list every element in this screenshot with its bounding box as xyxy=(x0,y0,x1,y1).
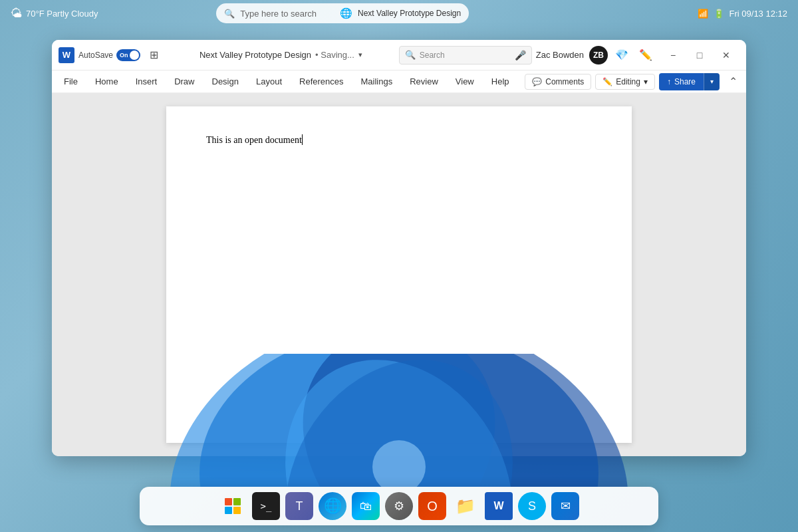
ribbon-tabs: File Home Insert Draw Design Layout Refe… xyxy=(52,70,746,93)
tab-mailings[interactable]: Mailings xyxy=(353,73,401,90)
taskbar-icon-terminal[interactable]: >_ xyxy=(252,492,280,520)
office-icon: O xyxy=(427,499,438,514)
edge-icon-small: 🌐 xyxy=(340,7,352,19)
doc-title-text: Next Valley Prototype Design xyxy=(200,50,311,60)
taskbar-icon-word[interactable]: W xyxy=(485,492,513,520)
top-bar: 🌤 70°F Partly Cloudy 🔍 Type here to sear… xyxy=(0,0,798,27)
tab-design[interactable]: Design xyxy=(204,73,247,90)
search-box-placeholder: Search xyxy=(420,51,511,60)
quick-access-button[interactable]: ⊞ xyxy=(144,46,163,65)
avatar[interactable]: ZB xyxy=(589,46,608,65)
editing-button[interactable]: ✏️ Editing ▾ xyxy=(595,74,655,90)
taskbar-icon-store[interactable]: 🛍 xyxy=(352,492,380,520)
autosave-toggle[interactable]: On xyxy=(116,49,140,61)
autosave-label: AutoSave xyxy=(78,51,113,60)
skype-icon: S xyxy=(528,499,536,513)
saving-indicator: • Saving... xyxy=(315,50,354,60)
title-bar: W AutoSave On ⊞ Next Valley Prototype De… xyxy=(52,40,746,70)
share-button[interactable]: ↑ Share xyxy=(659,73,704,90)
collapse-ribbon-button[interactable]: ⌃ xyxy=(724,72,742,91)
tab-insert[interactable]: Insert xyxy=(128,73,166,90)
weather-text: 70°F Partly Cloudy xyxy=(26,9,98,19)
editing-label: Editing xyxy=(616,77,640,86)
document-text: This is an open document xyxy=(206,135,302,145)
doc-title-area: Next Valley Prototype Design • Saving...… xyxy=(167,50,395,60)
share-label: Share xyxy=(674,77,696,86)
tab-home[interactable]: Home xyxy=(87,73,126,90)
toggle-on-label: On xyxy=(120,52,128,59)
editing-chevron-icon: ▾ xyxy=(644,77,648,86)
text-cursor xyxy=(302,134,303,145)
taskbar-icon-settings[interactable]: ⚙ xyxy=(385,492,413,520)
title-chevron-icon[interactable]: ▾ xyxy=(358,51,362,59)
taskbar-icon-windows-start[interactable] xyxy=(219,492,247,520)
taskbar-icon-teams[interactable]: T xyxy=(285,492,313,520)
store-icon: 🛍 xyxy=(360,499,372,513)
mail-icon: ✉ xyxy=(561,499,571,513)
terminal-icon: >_ xyxy=(261,501,272,511)
document-content[interactable]: This is an open document xyxy=(206,133,592,147)
word-logo: W xyxy=(59,47,74,63)
weather-icon: 🌤 xyxy=(11,7,23,21)
taskbar-icon-office[interactable]: O xyxy=(418,492,446,520)
taskbar-search[interactable]: 🔍 Type here to search 🌐 Next Valley Prot… xyxy=(216,3,469,23)
share-icon: ↑ xyxy=(667,77,671,86)
toggle-circle xyxy=(130,51,139,60)
word-window: W AutoSave On ⊞ Next Valley Prototype De… xyxy=(52,40,746,456)
comments-icon: 💬 xyxy=(532,77,542,86)
taskbar-icon-edge[interactable]: 🌐 xyxy=(319,492,346,520)
search-placeholder-text: Type here to search xyxy=(240,9,334,19)
tab-layout[interactable]: Layout xyxy=(248,73,290,90)
taskbar-app-label: Next Valley Prototype Design xyxy=(358,9,461,18)
window-controls: − □ ✕ xyxy=(660,45,739,66)
share-dropdown-button[interactable]: ▾ xyxy=(704,73,720,90)
tab-draw[interactable]: Draw xyxy=(166,73,202,90)
comments-button[interactable]: 💬 Comments xyxy=(525,74,591,90)
settings-icon: ⚙ xyxy=(394,499,404,513)
close-button[interactable]: ✕ xyxy=(713,45,739,66)
wifi-icon[interactable]: 📶 xyxy=(698,9,708,19)
editing-icon: ✏️ xyxy=(602,77,612,86)
taskbar-icon-explorer[interactable]: 📁 xyxy=(452,492,479,520)
user-area: Zac Bowden ZB xyxy=(536,46,608,65)
tab-references[interactable]: References xyxy=(291,73,351,90)
tab-view[interactable]: View xyxy=(448,73,482,90)
system-tray: 📶 🔋 Fri 09/13 12:12 xyxy=(698,9,787,19)
tab-review[interactable]: Review xyxy=(402,73,446,90)
document-area[interactable]: This is an open document xyxy=(52,93,746,456)
datetime[interactable]: Fri 09/13 12:12 xyxy=(730,9,787,19)
taskbar: >_ T 🌐 🛍 ⚙ O 📁 W S ✉ xyxy=(140,487,658,525)
weather-widget[interactable]: 🌤 70°F Partly Cloudy xyxy=(11,7,98,21)
tab-help[interactable]: Help xyxy=(483,73,517,90)
pen-icon[interactable]: ✏️ xyxy=(636,45,656,65)
comments-label: Comments xyxy=(545,77,584,86)
maximize-button[interactable]: □ xyxy=(686,45,713,66)
document-page[interactable]: This is an open document xyxy=(166,106,632,443)
ribbon-actions: 💬 Comments ✏️ Editing ▾ ↑ Share ▾ ⌃ xyxy=(525,72,742,91)
word-icon: W xyxy=(493,500,503,512)
taskbar-icon-skype[interactable]: S xyxy=(518,492,546,520)
diamond-icon[interactable]: 💎 xyxy=(612,45,632,65)
edge-icon: 🌐 xyxy=(324,497,342,515)
share-group: ↑ Share ▾ xyxy=(659,73,720,90)
teams-icon: T xyxy=(296,499,303,513)
tab-file[interactable]: File xyxy=(56,73,86,90)
explorer-icon: 📁 xyxy=(456,497,475,515)
minimize-button[interactable]: − xyxy=(660,45,686,66)
battery-icon[interactable]: 🔋 xyxy=(714,9,724,19)
taskbar-icon-mail[interactable]: ✉ xyxy=(551,492,579,520)
user-name: Zac Bowden xyxy=(536,50,584,60)
autosave-area: AutoSave On xyxy=(78,49,140,61)
ribbon-search-box[interactable]: 🔍 Search 🎤 xyxy=(399,46,532,65)
